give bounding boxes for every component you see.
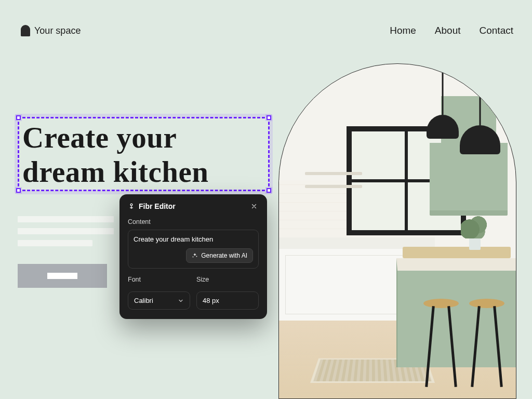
fibr-editor-popover: Fibr Editor Content Generate with AI Fon… — [119, 194, 267, 319]
content-input[interactable] — [134, 235, 253, 243]
nav-link-home[interactable]: Home — [390, 25, 416, 36]
font-select[interactable]: Calibri — [128, 291, 190, 310]
resize-handle-top-right[interactable] — [267, 115, 271, 120]
top-nav: Your space Home About Contact — [0, 25, 532, 36]
hero-heading[interactable]: Create your dream kitchen — [22, 121, 265, 189]
sparkle-icon — [192, 252, 198, 259]
content-field: Generate with AI — [128, 230, 259, 269]
nav-link-about[interactable]: About — [435, 25, 461, 36]
size-input-value: 48 px — [203, 297, 219, 304]
chevron-down-icon — [178, 298, 184, 304]
cta-button-placeholder[interactable] — [18, 264, 107, 288]
svg-point-0 — [130, 204, 132, 206]
fibr-logo-icon — [128, 203, 135, 210]
hero-image-kitchen — [278, 63, 516, 399]
placeholder-line — [18, 216, 114, 222]
editor-title-text: Fibr Editor — [139, 202, 176, 210]
generate-with-ai-button[interactable]: Generate with AI — [186, 248, 253, 263]
editor-title: Fibr Editor — [128, 202, 176, 210]
size-label: Size — [196, 276, 259, 283]
brand-name: Your space — [34, 25, 81, 36]
content-label: Content — [128, 218, 259, 225]
font-label: Font — [128, 276, 190, 283]
generate-button-label: Generate with AI — [201, 252, 247, 259]
placeholder-line — [18, 240, 92, 246]
door-icon — [21, 25, 30, 36]
size-input[interactable]: 48 px — [196, 291, 259, 310]
resize-handle-top-left[interactable] — [16, 115, 21, 120]
font-select-value: Calibri — [134, 297, 153, 304]
placeholder-line — [18, 228, 114, 234]
brand[interactable]: Your space — [21, 25, 81, 36]
close-icon[interactable] — [249, 202, 259, 211]
editor-header: Fibr Editor — [128, 202, 259, 211]
resize-handle-bottom-left[interactable] — [16, 188, 21, 193]
resize-handle-bottom-right[interactable] — [267, 188, 271, 193]
nav-links: Home About Contact — [390, 25, 513, 36]
nav-link-contact[interactable]: Contact — [480, 25, 513, 36]
heading-selection-box[interactable]: Create your dream kitchen — [18, 117, 270, 191]
